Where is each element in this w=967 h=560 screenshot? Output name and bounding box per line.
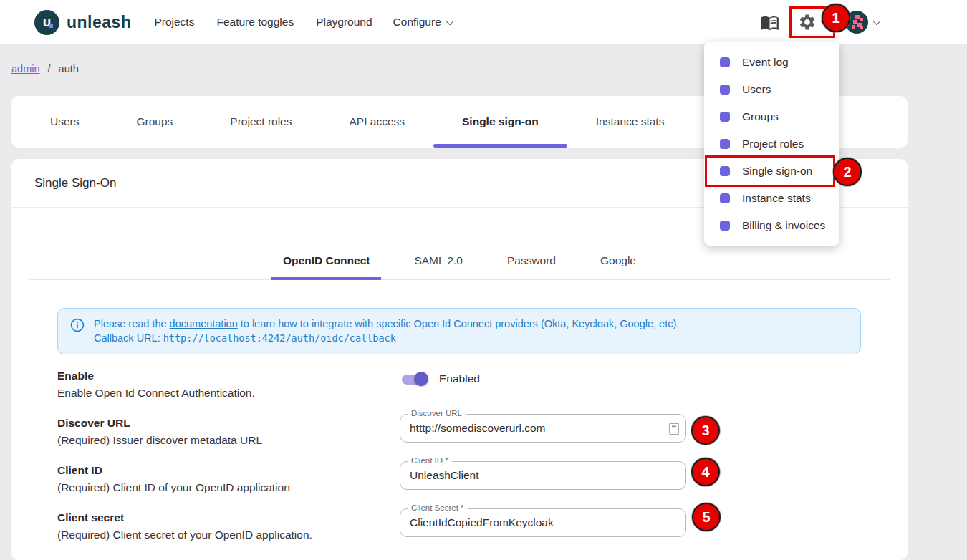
documentation-book-button[interactable] (760, 13, 779, 32)
tab-saml[interactable]: SAML 2.0 (403, 242, 474, 279)
tab-openid-connect[interactable]: OpenID Connect (271, 242, 381, 279)
primary-nav: Projects Feature toggles Playground Conf… (153, 13, 452, 32)
discover-url-description: (Required) Issuer discover metadata URL (57, 434, 400, 447)
chevron-down-icon (446, 17, 453, 25)
menu-square-icon (720, 166, 730, 176)
breadcrumb-admin-link[interactable]: admin (11, 63, 40, 74)
tab-password[interactable]: Password (496, 242, 567, 279)
menu-item-single-sign-on[interactable]: Single sign-on (704, 158, 839, 185)
enable-label: Enable (57, 370, 400, 382)
menu-square-icon (720, 139, 730, 149)
client-id-row: Client ID (Required) Client ID of your O… (57, 461, 861, 494)
unleash-admin-page: u unleash Projects Feature toggles Playg… (0, 0, 967, 560)
tab-api-access[interactable]: API access (320, 96, 433, 148)
client-secret-fieldset: Client Secret * (400, 508, 686, 537)
menu-item-project-roles[interactable]: Project roles (704, 130, 839, 158)
oidc-form: Enable Enable Open Id Connect Authentica… (57, 370, 861, 541)
brand-wordmark: unleash (67, 13, 131, 32)
tab-instance-stats[interactable]: Instance stats (567, 96, 693, 148)
menu-item-users[interactable]: Users (704, 76, 839, 103)
client-id-input[interactable] (400, 462, 685, 489)
enable-description: Enable Open Id Connect Authentication. (57, 387, 400, 400)
enable-row: Enable Enable Open Id Connect Authentica… (57, 370, 861, 400)
nav-projects[interactable]: Projects (153, 13, 196, 32)
menu-square-icon (720, 193, 730, 203)
nav-playground[interactable]: Playground (314, 13, 373, 32)
menu-item-event-log[interactable]: Event log (704, 49, 839, 76)
client-id-fieldset: Client ID * (400, 461, 686, 490)
chevron-down-icon (872, 17, 880, 25)
navbar-right-group (760, 6, 880, 38)
client-secret-row: Client secret (Required) Client secret o… (57, 508, 861, 541)
documentation-link[interactable]: documentation (170, 318, 238, 329)
discover-url-row: Discover URL (Required) Issuer discover … (57, 414, 861, 447)
tab-google[interactable]: Google (589, 242, 648, 279)
tab-groups[interactable]: Groups (107, 96, 201, 148)
menu-square-icon (720, 57, 730, 67)
nav-feature-toggles[interactable]: Feature toggles (215, 13, 295, 32)
client-secret-description: (Required) Client secret of your OpenID … (57, 528, 400, 541)
nav-configure-label: Configure (393, 16, 441, 29)
menu-square-icon (720, 85, 730, 95)
tab-project-roles[interactable]: Project roles (201, 96, 320, 148)
menu-square-icon (720, 221, 730, 231)
callback-url-label: Callback URL: (94, 332, 163, 344)
tab-single-sign-on[interactable]: Single sign-on (433, 96, 567, 148)
enable-toggle[interactable] (400, 371, 428, 387)
discover-url-fieldset: Discover URL (400, 414, 686, 443)
profile-menu-button[interactable] (845, 11, 880, 34)
annotation-marker-2: 2 (833, 158, 862, 186)
client-secret-label: Client secret (57, 511, 400, 524)
callback-url-value: http://localhost:4242/auth/oidc/callback (163, 332, 396, 344)
discover-url-field-label: Discover URL (408, 409, 466, 417)
info-alert-text: Please read the documentation to learn h… (94, 317, 679, 345)
menu-square-icon (720, 112, 730, 122)
info-alert: Please read the documentation to learn h… (57, 308, 861, 354)
breadcrumb-current: auth (59, 63, 79, 74)
client-secret-input[interactable] (400, 509, 685, 536)
info-circle-icon (69, 317, 85, 333)
enable-toggle-state: Enabled (439, 372, 480, 385)
client-secret-field-label: Client Secret * (408, 503, 468, 512)
discover-url-input[interactable] (400, 415, 685, 442)
unleash-logo-icon: u (34, 10, 59, 35)
client-id-description: (Required) Client ID of your OpenID appl… (57, 481, 400, 494)
password-manager-icon (669, 423, 679, 435)
client-id-field-label: Client ID * (408, 456, 452, 465)
unleash-logo[interactable]: u unleash (34, 10, 131, 35)
breadcrumb-separator: / (48, 63, 51, 74)
sso-provider-tabs: OpenID Connect SAML 2.0 Password Google (29, 242, 890, 280)
tab-users[interactable]: Users (21, 96, 107, 148)
annotation-marker-4: 4 (691, 458, 720, 486)
nav-configure[interactable]: Configure (393, 16, 453, 29)
discover-url-label: Discover URL (57, 417, 400, 430)
menu-item-groups[interactable]: Groups (704, 103, 839, 130)
annotation-marker-5: 5 (692, 503, 721, 531)
settings-dropdown-menu: Event log Users Groups Project roles Sin… (704, 42, 839, 246)
open-book-icon (760, 13, 779, 32)
menu-item-billing-invoices[interactable]: Billing & invoices (704, 212, 839, 239)
gear-icon (798, 13, 817, 32)
client-id-label: Client ID (57, 464, 400, 477)
annotation-marker-3: 3 (691, 416, 720, 445)
annotation-marker-1: 1 (822, 4, 850, 32)
menu-item-instance-stats[interactable]: Instance stats (704, 185, 839, 212)
